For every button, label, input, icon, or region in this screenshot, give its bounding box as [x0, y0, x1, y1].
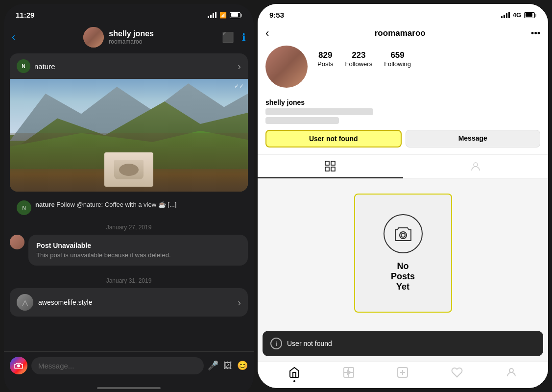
message-placeholder: Message... — [38, 362, 74, 370]
svg-rect-3 — [331, 167, 335, 171]
post-unavail-title: Post Unavailable — [36, 242, 240, 249]
message-button[interactable]: Message — [406, 130, 541, 147]
nav-reels[interactable] — [343, 367, 355, 378]
back-button-right[interactable]: ‹ — [265, 27, 269, 40]
following-count: 659 — [390, 50, 404, 60]
input-icons-right: 🎤 🖼 😊 — [208, 360, 248, 371]
sticker-icon[interactable]: 😊 — [237, 360, 248, 371]
bottom-nav — [258, 361, 548, 388]
status-icons-left: 📶 — [208, 12, 242, 19]
awesomelife-left: △ awesomelife.style — [17, 294, 93, 311]
profile-bio-line1 — [265, 108, 373, 115]
image-check-icon: ✓✓ — [234, 83, 244, 90]
posts-count: 829 — [318, 50, 332, 60]
posts-label: Posts — [317, 60, 334, 68]
time-left: 11:29 — [16, 11, 34, 19]
no-posts-text: No Posts Yet — [384, 261, 422, 292]
svg-point-6 — [401, 233, 405, 237]
awesomelife-avatar: △ — [17, 294, 33, 311]
following-label: Following — [384, 60, 411, 68]
profile-bio-line2 — [265, 117, 339, 124]
nav-home[interactable] — [288, 367, 300, 378]
more-options-icon[interactable]: ••• — [531, 28, 540, 39]
caption-text: nature Follow @nature: Coffee with a vie… — [35, 200, 176, 209]
wifi-icon: 📶 — [219, 12, 227, 19]
awesomelife-bubble: △ awesomelife.style › — [10, 288, 248, 317]
caption-author: nature — [35, 201, 55, 208]
back-button[interactable]: ‹ — [12, 31, 15, 44]
nature-avatar-small: N — [17, 200, 31, 215]
carrier-label: 4G — [513, 11, 521, 19]
profile-name-section: shelly jones — [265, 95, 540, 130]
battery-icon — [230, 12, 242, 18]
post-unavailable-row: Post Unavailable This post is unavailabl… — [10, 235, 248, 270]
home-dot — [293, 380, 295, 382]
contact-username: roomamaroo — [109, 38, 154, 45]
nature-post-header: N nature › — [10, 53, 248, 79]
nav-heart[interactable] — [451, 367, 463, 378]
profile-actions: User not found Message — [265, 130, 540, 154]
info-icon[interactable]: ℹ — [242, 31, 246, 43]
nature-avatar: N — [17, 59, 30, 73]
nav-add[interactable] — [397, 367, 408, 378]
contact-name: shelly jones — [109, 29, 154, 38]
bottom-notification: i User not found — [263, 331, 543, 356]
post-unavailable-bubble: Post Unavailable This post is unavailabl… — [28, 235, 248, 266]
video-call-icon[interactable]: ⬛ — [222, 31, 234, 43]
profile-info-row: 829 Posts 223 Followers 659 Following — [265, 46, 540, 95]
camera-button[interactable] — [10, 357, 27, 374]
profile-nav: ‹ roomamaroo ••• — [265, 23, 540, 46]
profile-display-name: shelly jones — [265, 98, 540, 106]
status-icons-right: 4G — [501, 11, 536, 19]
date-separator-2: January 31, 2019 — [10, 273, 248, 288]
followers-count: 223 — [352, 50, 365, 60]
profile-content: No Posts Yet — [258, 179, 548, 331]
status-bar-right: 9:53 4G — [258, 4, 548, 23]
user-not-found-button[interactable]: User not found — [265, 130, 402, 147]
battery-icon-right — [524, 12, 536, 18]
messages-panel: 11:29 📶 ‹ shelly jones — [4, 4, 254, 392]
signal-icon-right — [501, 12, 510, 18]
nav-profile[interactable] — [505, 367, 517, 378]
time-right: 9:53 — [269, 11, 284, 19]
no-posts-card: No Posts Yet — [354, 194, 452, 313]
profile-header: ‹ roomamaroo ••• 829 Posts 223 Followers — [258, 23, 548, 155]
message-input-area: Message... 🎤 🖼 😊 — [4, 351, 254, 379]
svg-point-13 — [509, 368, 513, 372]
svg-rect-0 — [325, 161, 329, 165]
nature-caption: N nature Follow @nature: Coffee with a v… — [10, 196, 248, 220]
scroll-indicator-bar — [4, 379, 254, 392]
following-stat[interactable]: 659 Following — [384, 50, 411, 68]
notif-info-icon: i — [270, 338, 282, 349]
awesomelife-chevron: › — [238, 297, 241, 308]
chat-area: N nature › ✓✓ — [4, 53, 254, 351]
unavail-avatar — [10, 235, 24, 249]
header-icons: ⬛ ℹ — [222, 31, 246, 43]
followers-stat[interactable]: 223 Followers — [345, 50, 373, 68]
nature-post-bubble: N nature › ✓✓ — [10, 53, 248, 192]
caption-body: Follow @nature: Coffee with a view ☕ [..… — [56, 201, 176, 208]
awesomelife-icon: △ — [22, 298, 28, 307]
coffee-cup — [104, 152, 153, 187]
tab-tagged[interactable] — [403, 155, 549, 178]
chat-header: ‹ shelly jones roomamaroo ⬛ ℹ — [4, 23, 254, 53]
status-bar-left: 11:29 📶 — [4, 4, 254, 23]
svg-point-4 — [474, 163, 478, 167]
profile-tabs — [258, 155, 548, 179]
profile-username-title: roomamaroo — [375, 28, 426, 38]
chevron-right-icon: › — [238, 61, 241, 72]
camera-circle — [384, 214, 423, 253]
contact-avatar — [83, 27, 104, 48]
message-input-box[interactable]: Message... — [31, 357, 204, 374]
profile-stats: 829 Posts 223 Followers 659 Following — [317, 46, 540, 68]
signal-icon — [208, 12, 216, 18]
photo-icon[interactable]: 🖼 — [223, 361, 232, 371]
profile-stats-column: 829 Posts 223 Followers 659 Following — [317, 46, 540, 68]
svg-rect-1 — [331, 161, 335, 165]
notif-text: User not found — [287, 340, 332, 347]
posts-stat: 829 Posts — [317, 50, 334, 68]
tab-grid[interactable] — [258, 155, 403, 178]
nature-label: nature — [34, 62, 55, 71]
microphone-icon[interactable]: 🎤 — [208, 360, 218, 371]
svg-rect-2 — [325, 167, 329, 171]
